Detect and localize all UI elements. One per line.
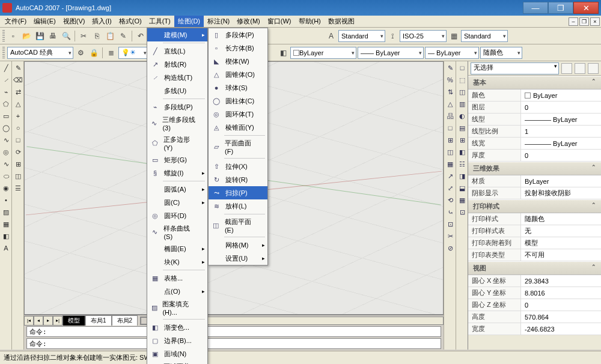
preview-icon[interactable]: 🔍 [60,30,72,42]
mdi-close-button[interactable]: × [590,17,600,26]
property-value[interactable]: ByLayer [521,175,601,187]
property-group-header[interactable]: 打印样式 [468,199,601,213]
edit-tool-icon[interactable]: ⤢ [445,183,456,193]
mdi-restore-button[interactable]: ❐ [579,17,589,26]
menu-row[interactable]: ◯圆柱体(C) [209,94,267,108]
menu-row[interactable]: ●球体(S) [209,81,267,94]
menu-row[interactable]: ▣面域(N) [147,347,207,360]
property-value[interactable]: 570.864 [521,311,601,323]
menu-item[interactable]: 视图(V) [59,16,89,27]
view-tool-icon[interactable]: ▦ [457,195,468,205]
property-row[interactable]: 线宽———— ByLayer [468,138,601,150]
property-row[interactable]: 线型———— ByLayer [468,114,601,126]
select-objects-icon[interactable] [575,63,585,74]
edit-tool-icon[interactable]: ⊡ [445,219,456,229]
cut-icon[interactable]: ✂ [78,30,90,42]
draw-tool-icon[interactable]: ▭ [1,111,11,121]
minimize-button[interactable]: — [523,2,548,14]
property-row[interactable]: 颜色ByLayer [468,89,601,102]
table-style-combo[interactable]: Standard [461,30,508,42]
modify-tool-icon[interactable]: ⇄ [13,86,23,97]
menu-row[interactable]: ▭矩形(G) [147,153,207,166]
modify-tool-icon[interactable]: ○ [13,123,23,133]
menu-row[interactable]: 点(O)▸ [147,285,207,298]
menu-item[interactable]: 文件(F) [1,16,30,27]
property-value[interactable]: ———— ByLayer [521,138,601,149]
property-value[interactable]: 不可用 [521,249,601,261]
modeling-submenu[interactable]: ▯多段体(P)▫长方体(B)◣楔体(W)△圆锥体(O)●球体(S)◯圆柱体(C)… [208,28,268,265]
open-icon[interactable]: 📂 [20,30,32,42]
dim-style-combo[interactable]: ISO-25 [400,30,447,42]
menu-item[interactable]: 工具(T) [145,16,174,27]
property-row[interactable]: 圆心 Z 坐标0 [468,299,601,311]
menu-item[interactable]: 帮助(H) [295,16,325,27]
menu-row[interactable]: ╱直线(L) [147,44,207,58]
property-value[interactable]: 8.8016 [521,287,601,299]
edit-tool-icon[interactable]: ⊘ [445,243,456,253]
property-row[interactable]: 高度570.864 [468,311,601,323]
edit-tool-icon[interactable]: △ [445,99,456,109]
undo-icon[interactable]: ↶ [135,30,147,42]
toggle-pickfirst-icon[interactable] [588,63,599,74]
edit-tool-icon[interactable]: ◫ [445,147,456,157]
menu-row[interactable]: ▢边界(B)... [147,334,207,347]
draw-menu[interactable]: 建模(M)▸╱直线(L)↗射线(R)⟋构造线(T)多线(U)⌁多段线(P)∿三维… [147,28,208,364]
copy-icon[interactable]: ⎘ [91,30,103,42]
menu-item[interactable]: 格式(O) [115,16,145,27]
property-group-header[interactable]: 基本 [468,76,601,89]
property-row[interactable]: 圆心 Y 坐标8.8016 [468,287,601,299]
menu-row[interactable]: ≋放样(L) [209,199,267,213]
menu-row[interactable]: 多线(U) [147,84,207,97]
property-value[interactable]: -246.6823 [521,323,601,335]
save-icon[interactable]: 💾 [34,30,46,42]
property-value[interactable]: 投射和接收阴影 [521,187,601,199]
menu-row[interactable]: 椭圆(E)▸ [147,242,207,255]
menu-row[interactable]: §螺旋(I)▸ [147,166,207,180]
draw-tool-icon[interactable]: • [1,195,11,205]
edit-tool-icon[interactable]: ⊞ [445,135,456,145]
menu-row[interactable]: ◣楔体(W) [209,55,267,68]
edit-tool-icon[interactable]: % [445,74,456,85]
new-icon[interactable]: ▫ [7,30,19,42]
property-row[interactable]: 厚度0 [468,150,601,162]
menu-row[interactable]: ◎圆环体(T) [209,108,267,121]
menu-item[interactable]: 修改(M) [233,16,264,27]
property-value[interactable]: 0 [521,102,601,113]
property-row[interactable]: 打印表类型不可用 [468,249,601,261]
tab-prev-button[interactable]: ◂ [34,316,43,326]
linetype-combo[interactable]: —— ByLayer [358,47,424,59]
draw-tool-icon[interactable]: A [1,243,11,253]
edit-tool-icon[interactable]: ✎ [445,62,456,73]
view-tool-icon[interactable]: ▥ [457,99,468,109]
layer-states-combo[interactable]: 💡☀ [118,47,148,59]
plot-color-combo[interactable]: 随颜色 [480,47,522,59]
property-group-header[interactable]: 三维效果 [468,162,601,175]
tab-next-button[interactable]: ▸ [43,316,53,326]
property-value[interactable]: 无 [521,225,601,237]
menu-row[interactable]: 网格(M)▸ [209,238,267,252]
modify-tool-icon[interactable]: + [13,111,23,121]
property-value[interactable]: 29.3843 [521,275,601,287]
menu-row[interactable]: ▱平面曲面(F) [209,137,267,157]
menu-item[interactable]: 窗口(W) [264,16,295,27]
draw-tool-icon[interactable]: ◯ [1,123,11,133]
view-tool-icon[interactable]: ◐ [457,111,468,121]
workspace-lock-icon[interactable]: 🔒 [88,47,100,59]
menu-row[interactable]: 圆(C)▸ [147,196,207,209]
edit-tool-icon[interactable]: ⇅ [445,86,456,97]
draw-tool-icon[interactable]: ∿ [1,159,11,169]
property-value[interactable]: 0 [521,150,601,161]
menu-row[interactable]: ∿样条曲线(S) [147,222,207,242]
menu-row[interactable]: 建模(M)▸ [147,28,207,41]
view-tool-icon[interactable]: ◫ [457,86,468,97]
workspace-combo[interactable]: AutoCAD 经典 [7,47,73,59]
modify-tool-icon[interactable]: ◫ [13,171,23,181]
workspace-settings-icon[interactable]: ⚙ [75,47,87,59]
maximize-button[interactable]: ❐ [548,2,573,14]
menu-row[interactable]: ↗射线(R) [147,58,207,71]
menu-row[interactable]: 圆弧(A)▸ [147,183,207,196]
menu-row[interactable]: ⇧拉伸(X) [209,160,267,173]
view-tool-icon[interactable]: ◧ [457,147,468,157]
view-tool-icon[interactable]: □ [457,62,468,73]
print-icon[interactable]: 🖶 [47,30,59,42]
